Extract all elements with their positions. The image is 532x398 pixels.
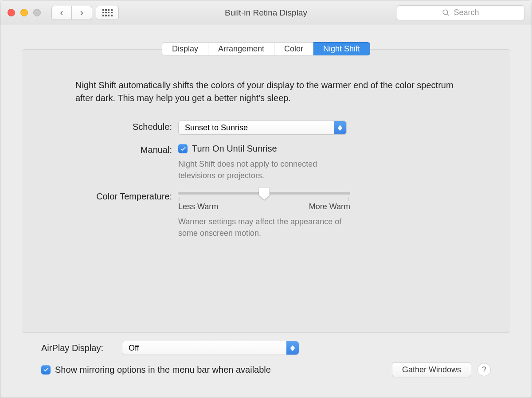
- minimize-button[interactable]: [20, 9, 28, 16]
- tab-color[interactable]: Color: [274, 42, 313, 55]
- airplay-value: Off: [129, 343, 139, 353]
- search-icon: [442, 9, 450, 17]
- temperature-row: Color Temperature: || Less Warm More War…: [75, 190, 457, 239]
- help-button[interactable]: ?: [477, 363, 491, 376]
- manual-checkbox-label: Turn On Until Sunrise: [192, 144, 277, 154]
- close-button[interactable]: [8, 9, 15, 16]
- night-shift-panel: Night Shift automatically shifts the col…: [22, 49, 510, 333]
- schedule-value: Sunset to Sunrise: [185, 123, 248, 133]
- footer: AirPlay Display: Off Show: [22, 333, 510, 387]
- nav-segment: ‹ ›: [51, 6, 92, 20]
- search-input[interactable]: Search: [397, 5, 524, 20]
- manual-checkbox[interactable]: [178, 144, 188, 153]
- zoom-button[interactable]: [33, 9, 41, 16]
- airplay-row: AirPlay Display: Off: [41, 341, 491, 355]
- search-placeholder: Search: [454, 8, 479, 17]
- tabbar: Display Arrangement Color Night Shift: [162, 42, 370, 55]
- footer-bottom: Show mirroring options in the menu bar w…: [41, 362, 491, 377]
- temperature-max-label: More Warm: [309, 202, 350, 211]
- toolbar: ‹ ›: [51, 6, 119, 20]
- checkmark-icon: [180, 146, 186, 152]
- manual-checkbox-row[interactable]: Turn On Until Sunrise: [178, 144, 457, 154]
- airplay-label: AirPlay Display:: [41, 343, 116, 353]
- content: Display Arrangement Color Night Shift Ni…: [0, 25, 532, 398]
- tab-night-shift[interactable]: Night Shift: [313, 42, 370, 55]
- schedule-label: Schedule:: [75, 121, 172, 132]
- slider-labels: Less Warm More Warm: [178, 202, 350, 211]
- preferences-window: ‹ › Built-in Retina Display Search Displ…: [0, 0, 532, 398]
- search-container: Search: [397, 5, 524, 20]
- popup-stepper-icon: [286, 341, 299, 355]
- airplay-popup[interactable]: Off: [122, 341, 299, 355]
- window-controls: [8, 9, 41, 16]
- night-shift-description: Night Shift automatically shifts the col…: [75, 79, 457, 105]
- checkmark-icon: [43, 367, 49, 373]
- mirroring-checkbox-row[interactable]: Show mirroring options in the menu bar w…: [41, 365, 271, 375]
- temperature-min-label: Less Warm: [178, 202, 218, 211]
- grid-icon: [102, 9, 113, 16]
- mirroring-checkbox-label: Show mirroring options in the menu bar w…: [55, 365, 271, 375]
- show-all-button[interactable]: [96, 6, 119, 20]
- chevron-left-icon: ‹: [60, 8, 63, 18]
- temperature-hint: Warmer settings may affect the appearanc…: [178, 216, 347, 239]
- temperature-label: Color Temperature:: [75, 190, 172, 202]
- forward-button[interactable]: ›: [72, 6, 92, 20]
- back-button[interactable]: ‹: [51, 6, 72, 20]
- tab-display[interactable]: Display: [162, 42, 208, 55]
- chevron-right-icon: ›: [80, 8, 83, 18]
- schedule-row: Schedule: Sunset to Sunrise: [75, 121, 457, 135]
- titlebar: ‹ › Built-in Retina Display Search: [0, 0, 532, 25]
- manual-label: Manual:: [75, 144, 172, 155]
- temperature-slider[interactable]: [178, 192, 350, 195]
- popup-stepper-icon: [334, 121, 346, 134]
- mirroring-checkbox[interactable]: [41, 365, 51, 375]
- schedule-popup[interactable]: Sunset to Sunrise: [178, 121, 347, 135]
- help-icon: ?: [482, 365, 486, 375]
- manual-row: Manual: Turn On Until Sunrise Night Shif…: [75, 144, 457, 181]
- manual-hint: Night Shift does not apply to connected …: [178, 158, 347, 181]
- temperature-slider-handle[interactable]: [259, 187, 270, 200]
- tab-arrangement[interactable]: Arrangement: [208, 42, 274, 55]
- gather-windows-button[interactable]: Gather Windows: [392, 362, 471, 377]
